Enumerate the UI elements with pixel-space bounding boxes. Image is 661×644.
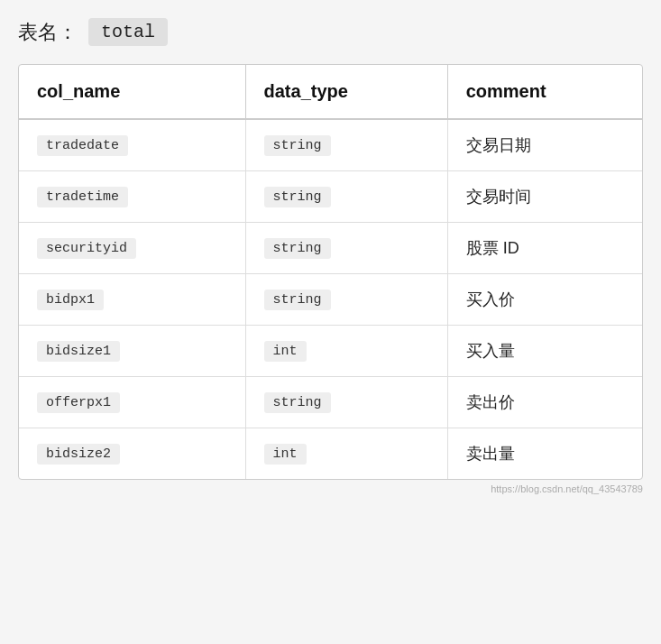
comment-cell: 卖出价 (447, 377, 642, 428)
comment-cell: 股票 ID (447, 223, 642, 274)
data-type-badge: string (264, 238, 331, 259)
data-type-cell: string (245, 171, 447, 223)
col-name-badge: offerpx1 (37, 392, 120, 413)
data-type-badge: string (264, 290, 331, 310)
data-type-header: data_type (245, 65, 447, 119)
col-name-header: col_name (19, 65, 245, 119)
table-container: col_name data_type comment tradedatestri… (18, 64, 643, 480)
data-type-cell: string (245, 223, 447, 274)
table-row: offerpx1string卖出价 (19, 377, 642, 428)
comment-header: comment (447, 65, 642, 119)
data-table: col_name data_type comment tradedatestri… (19, 65, 642, 479)
table-row: bidpx1string买入价 (19, 274, 642, 326)
data-type-cell: int (245, 326, 447, 377)
data-type-badge: string (264, 392, 331, 413)
col-name-badge: bidsize1 (37, 341, 120, 362)
col-name-cell: offerpx1 (19, 377, 245, 428)
table-row: bidsize2int卖出量 (19, 428, 642, 480)
data-type-badge: int (264, 341, 307, 362)
table-row: tradedatestring交易日期 (19, 119, 642, 171)
table-row: bidsize1int买入量 (19, 326, 642, 377)
col-name-cell: bidsize2 (19, 428, 245, 480)
col-name-cell: securityid (19, 223, 245, 274)
table-row: tradetimestring交易时间 (19, 171, 642, 223)
data-type-cell: string (245, 377, 447, 428)
data-type-cell: string (245, 274, 447, 326)
page-header: 表名： total (18, 18, 643, 46)
table-header-row: col_name data_type comment (19, 65, 642, 119)
col-name-badge: tradedate (37, 135, 128, 156)
col-name-cell: tradetime (19, 171, 245, 223)
col-name-badge: bidpx1 (37, 290, 104, 310)
col-name-cell: tradedate (19, 119, 245, 171)
col-name-badge: bidsize2 (37, 444, 120, 465)
table-name-badge: total (88, 18, 168, 46)
col-name-badge: tradetime (37, 187, 128, 207)
comment-cell: 交易时间 (447, 171, 642, 223)
comment-cell: 交易日期 (447, 119, 642, 171)
table-row: securityidstring股票 ID (19, 223, 642, 274)
data-type-cell: string (245, 119, 447, 171)
data-type-badge: string (264, 187, 331, 207)
data-type-badge: string (264, 135, 331, 156)
comment-cell: 卖出量 (447, 428, 642, 480)
col-name-cell: bidsize1 (19, 326, 245, 377)
comment-cell: 买入价 (447, 274, 642, 326)
col-name-cell: bidpx1 (19, 274, 245, 326)
col-name-badge: securityid (37, 238, 136, 259)
comment-cell: 买入量 (447, 326, 642, 377)
data-type-badge: int (264, 444, 307, 465)
table-name-label: 表名： (18, 19, 78, 46)
data-type-cell: int (245, 428, 447, 480)
footer-url: https://blog.csdn.net/qq_43543789 (18, 483, 643, 494)
